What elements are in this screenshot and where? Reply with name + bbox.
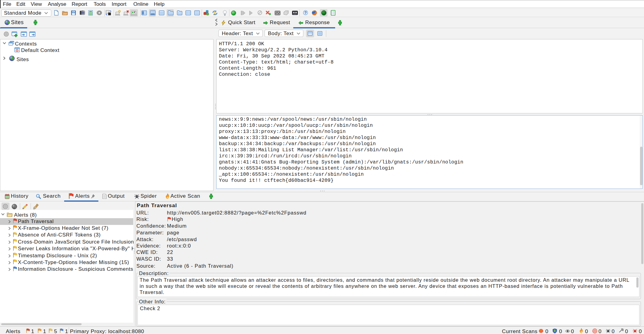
svg-text:?: ?	[304, 11, 307, 15]
